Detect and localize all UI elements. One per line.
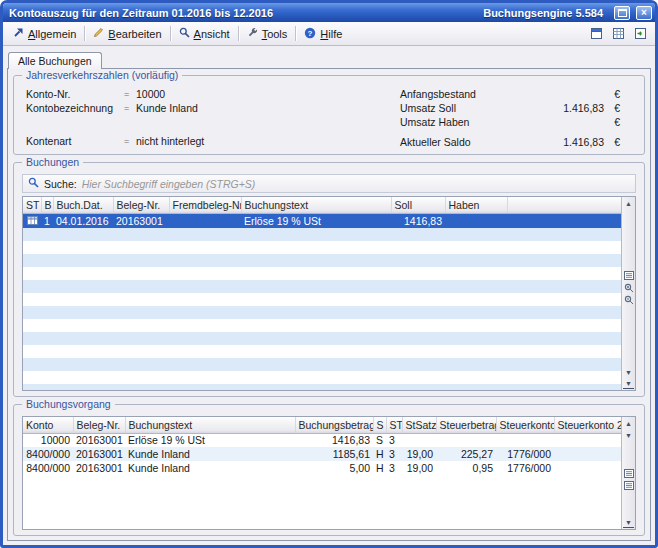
- column-header-buchungstext[interactable]: Buchungstext: [241, 197, 391, 213]
- scroll-last-icon[interactable]: ▼: [623, 379, 634, 389]
- buchungsvorgang-table-column: Konto Beleg-Nr. Buchungstext Buchungsbet…: [23, 417, 621, 529]
- table-row[interactable]: 10000 20163001 Erlöse 19 % USt 1416,83 S…: [23, 433, 621, 447]
- table-row[interactable]: 8400/000 20163001 Kunde Inland 1185,61 H…: [23, 447, 621, 461]
- menu-tools[interactable]: Tools: [241, 24, 294, 43]
- column-header-s[interactable]: S: [373, 417, 386, 433]
- cell-s: H: [373, 447, 386, 461]
- cell-b: 1: [41, 213, 53, 228]
- maximize-icon: [618, 9, 627, 17]
- field-row: Kontenart = nicht hinterlegt: [26, 134, 400, 148]
- scroll-down-icon[interactable]: ▼: [623, 367, 634, 377]
- cell-buchungstext: Erlöse 19 % USt: [125, 433, 295, 447]
- summary-label: Aktueller Saldo: [400, 136, 524, 148]
- column-header-buchungstext[interactable]: Buchungstext: [125, 417, 295, 433]
- column-header-stsatz[interactable]: StSatz: [402, 417, 436, 433]
- cell-belegnr: 20163001: [113, 213, 169, 228]
- column-header-b[interactable]: B: [41, 197, 53, 213]
- cell-stsatz: [402, 433, 436, 447]
- menu-bearbeiten[interactable]: Bearbeiten: [87, 24, 167, 43]
- grid-icon[interactable]: [610, 25, 627, 42]
- tab-page: Jahresverkehrszahlen (vorläufig) Konto-N…: [7, 68, 651, 541]
- field-label: Kontobezeichnung: [26, 102, 124, 114]
- list-icon[interactable]: [623, 271, 634, 281]
- column-header-belegnr[interactable]: Beleg-Nr.: [73, 417, 125, 433]
- field-row: Konto-Nr. = 10000: [26, 87, 400, 101]
- summary-label: Umsatz Soll: [400, 102, 524, 114]
- cell-empty: [507, 213, 621, 228]
- cell-konto: 10000: [23, 433, 73, 447]
- equals-icon: =: [124, 89, 136, 99]
- group-legend: Buchungen: [22, 156, 83, 169]
- wrench-icon: [247, 27, 258, 40]
- help-icon: ?: [304, 27, 316, 41]
- scroll-up-icon[interactable]: ▲: [623, 418, 634, 428]
- column-header-steuerbetrag[interactable]: Steuerbetrag: [436, 417, 496, 433]
- toolbar-separator: [295, 26, 296, 41]
- buchungsvorgang-group: Buchungsvorgang Konto Beleg-Nr.: [13, 404, 645, 536]
- export-icon[interactable]: [632, 25, 649, 42]
- close-icon: ×: [641, 8, 647, 18]
- cell-belegnr: 20163001: [73, 447, 125, 461]
- search-input[interactable]: [82, 177, 630, 191]
- list-icon[interactable]: [623, 468, 634, 478]
- close-button[interactable]: ×: [636, 6, 652, 20]
- cell-haben: [445, 213, 507, 228]
- cell-steuerbetrag: 0,95: [436, 461, 496, 475]
- menu-allgemein[interactable]: Allgemein: [7, 24, 82, 43]
- cell-buchungstext: Kunde Inland: [125, 461, 295, 475]
- column-header-belegnr[interactable]: Beleg-Nr.: [113, 197, 169, 213]
- scroll-up-icon[interactable]: ▲: [623, 198, 634, 208]
- maximize-button[interactable]: [614, 6, 630, 20]
- column-header-fremdbelegnr[interactable]: Fremdbeleg-Nr.: [169, 197, 241, 213]
- scroll-down-icon[interactable]: ▼: [623, 430, 634, 440]
- column-header-steuerkonto1[interactable]: Steuerkonto 1: [496, 417, 554, 433]
- menu-ansicht[interactable]: Ansicht: [173, 24, 236, 43]
- currency-label: €: [604, 88, 620, 100]
- cell-steuerkonto2: [554, 461, 621, 475]
- field-label: Konto-Nr.: [26, 88, 124, 100]
- toolbar: Allgemein Bearbeiten Ansicht Tools ? Hil…: [3, 22, 655, 46]
- list-icon[interactable]: [623, 480, 634, 490]
- zoom-out-icon[interactable]: [623, 295, 634, 305]
- table-row[interactable]: 1 04.01.2016 20163001 Erlöse 19 % USt 14…: [23, 213, 621, 228]
- search-label: Suche:: [44, 178, 77, 190]
- document-icon[interactable]: [588, 25, 605, 42]
- cell-stsatz: 19,00: [402, 461, 436, 475]
- cell-steuerbetrag: 225,27: [436, 447, 496, 461]
- column-header-buchdat[interactable]: Buch.Dat.: [53, 197, 113, 213]
- column-header-st[interactable]: ST: [386, 417, 402, 433]
- window-title: Kontoauszug für den Zeitraum 01.2016 bis…: [9, 7, 477, 19]
- menu-label: Allgemein: [28, 28, 76, 40]
- tab-alle-buchungen[interactable]: Alle Buchungen: [8, 52, 102, 69]
- cell-buchdat: 04.01.2016: [53, 213, 113, 228]
- magnifier-icon: [179, 27, 190, 40]
- search-icon: [28, 177, 39, 190]
- menu-hilfe[interactable]: ? Hilfe: [298, 24, 348, 44]
- buchungen-table-area: ST B Buch.Dat. Beleg-Nr. Fremdbeleg-Nr. …: [22, 196, 636, 391]
- buchungen-table-column: ST B Buch.Dat. Beleg-Nr. Fremdbeleg-Nr. …: [23, 197, 621, 390]
- cell-st: 3: [386, 461, 402, 475]
- column-header-soll[interactable]: Soll: [391, 197, 445, 213]
- column-header-st[interactable]: ST: [23, 197, 41, 213]
- zoom-in-icon[interactable]: [623, 283, 634, 293]
- column-header-empty: [507, 197, 621, 213]
- equals-icon: =: [124, 136, 136, 146]
- scroll-last-icon[interactable]: ▼: [623, 518, 634, 528]
- column-header-buchungsbetrag[interactable]: Buchungsbetrag: [295, 417, 373, 433]
- summary-right-column: Anfangsbestand € Umsatz Soll 1.416,83 € …: [400, 87, 620, 149]
- currency-label: €: [604, 116, 620, 128]
- buchungsvorgang-table-area: Konto Beleg-Nr. Buchungstext Buchungsbet…: [22, 416, 636, 530]
- column-header-steuerkonto2[interactable]: Steuerkonto 2: [554, 417, 621, 433]
- column-header-haben[interactable]: Haben: [445, 197, 507, 213]
- record-icon: [23, 214, 41, 228]
- cell-steuerkonto1: [496, 433, 554, 447]
- cell-steuerkonto1: 1776/000: [496, 447, 554, 461]
- title-bar[interactable]: Kontoauszug für den Zeitraum 01.2016 bis…: [3, 3, 655, 22]
- table-row[interactable]: 8400/000 20163001 Kunde Inland 5,00 H 3 …: [23, 461, 621, 475]
- table-header-row: ST B Buch.Dat. Beleg-Nr. Fremdbeleg-Nr. …: [23, 197, 621, 213]
- menu-label: Bearbeiten: [108, 28, 161, 40]
- cell-stsatz: 19,00: [402, 447, 436, 461]
- column-header-konto[interactable]: Konto: [23, 417, 73, 433]
- toolbar-separator: [170, 26, 171, 41]
- cell-steuerkonto2: [554, 447, 621, 461]
